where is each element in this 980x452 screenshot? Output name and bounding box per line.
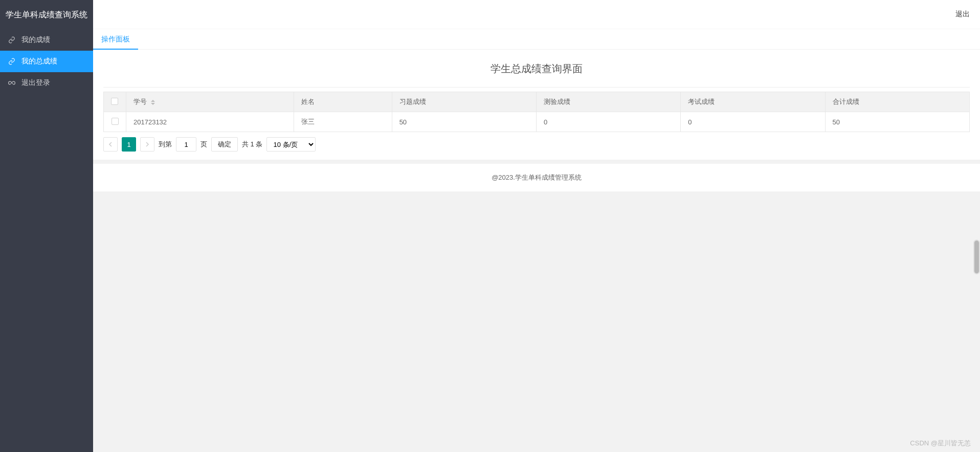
watermark: CSDN @星川皆无恙 (910, 439, 971, 448)
goto-page-input[interactable] (176, 137, 196, 152)
grades-table: 学号 姓名 习题成绩 测验成绩 考试成绩 合计成绩 (103, 92, 970, 132)
col-exam: 考试成绩 (681, 92, 825, 112)
sidebar-item-logout[interactable]: 退出登录 (0, 72, 93, 94)
goto-suffix-label: 页 (201, 140, 207, 149)
logout-button[interactable]: 退出 (955, 10, 970, 19)
goto-confirm-button[interactable]: 确定 (211, 137, 238, 152)
cell-total: 50 (825, 112, 969, 132)
prev-page-button[interactable] (103, 137, 118, 152)
pagination: 1 到第 页 确定 共 1 条 10 条/页 (93, 132, 980, 160)
sidebar-item-my-grades[interactable]: 我的成绩 (0, 29, 93, 51)
sort-icon[interactable] (151, 100, 155, 105)
select-all-header (104, 92, 126, 112)
cell-exam: 0 (681, 112, 825, 132)
row-checkbox[interactable] (112, 118, 119, 125)
footer: @2023.学生单科成绩管理系统 (93, 164, 980, 191)
chevron-right-icon (145, 142, 149, 147)
infinity-icon (8, 79, 16, 87)
sidebar-item-my-total-grades[interactable]: 我的总成绩 (0, 51, 93, 72)
link-icon (8, 58, 16, 65)
per-page-select[interactable]: 10 条/页 (266, 137, 316, 152)
cell-student-id: 201723132 (126, 112, 294, 132)
scrollbar[interactable] (973, 240, 980, 274)
cell-name: 张三 (294, 112, 392, 132)
table-row: 201723132 张三 50 0 0 50 (104, 112, 970, 132)
cell-quiz: 0 (536, 112, 680, 132)
link-icon (8, 36, 16, 44)
sidebar-item-label: 我的总成绩 (21, 57, 57, 66)
col-label: 学号 (133, 98, 147, 105)
next-page-button[interactable] (140, 137, 154, 152)
row-select-cell (104, 112, 126, 132)
sidebar-item-label: 退出登录 (21, 78, 50, 88)
chevron-left-icon (108, 142, 113, 147)
cell-homework: 50 (392, 112, 536, 132)
col-student-id[interactable]: 学号 (126, 92, 294, 112)
tab-bar: 操作面板 (93, 29, 980, 50)
goto-prefix-label: 到第 (159, 140, 172, 149)
table-container: 学号 姓名 习题成绩 测验成绩 考试成绩 合计成绩 (93, 88, 980, 132)
main: 退出 操作面板 学生总成绩查询界面 学号 (93, 0, 980, 452)
total-count-label: 共 1 条 (242, 140, 262, 149)
table-header-row: 学号 姓名 习题成绩 测验成绩 考试成绩 合计成绩 (104, 92, 970, 112)
select-all-checkbox[interactable] (111, 98, 118, 105)
sidebar: 学生单科成绩查询系统 我的成绩 我的总成绩 退出登录 (0, 0, 93, 452)
page-1-button[interactable]: 1 (122, 137, 136, 152)
col-quiz: 测验成绩 (536, 92, 680, 112)
col-total: 合计成绩 (825, 92, 969, 112)
app-title: 学生单科成绩查询系统 (0, 0, 93, 29)
sidebar-item-label: 我的成绩 (21, 35, 50, 45)
page-title: 学生总成绩查询界面 (93, 59, 980, 87)
tab-operation-panel[interactable]: 操作面板 (93, 29, 138, 50)
col-name: 姓名 (294, 92, 392, 112)
content: 学生总成绩查询界面 学号 (93, 50, 980, 160)
nav: 我的成绩 我的总成绩 退出登录 (0, 29, 93, 94)
header: 退出 (93, 0, 980, 29)
col-homework: 习题成绩 (392, 92, 536, 112)
